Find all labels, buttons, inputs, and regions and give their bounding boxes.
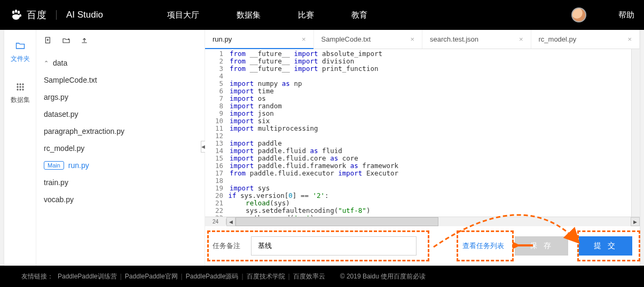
editor: ◀ run.py×SampleCode.txt×search.test.json… (205, 30, 640, 266)
svg-point-8 (19, 86, 21, 87)
folder-icon (15, 41, 26, 51)
footer-prefix: 友情链接： (21, 272, 53, 281)
submit-button[interactable]: 提 交 (579, 236, 632, 256)
logo[interactable]: 百度 AI Studio (10, 9, 103, 21)
grid-icon (15, 82, 26, 92)
collapse-handle[interactable]: ◀ (201, 141, 205, 153)
topbar: 百度 AI Studio 项目大厅 数据集 比赛 教育 帮助 (0, 0, 644, 30)
task-remark-label: 任务备注 (213, 241, 240, 251)
footer: 友情链接： PaddlePaddle训练营|PaddlePaddle官网|Pad… (0, 266, 644, 287)
chevron-down-icon: ⌃ (44, 60, 49, 67)
tree-file[interactable]: args.py (36, 89, 205, 106)
svg-point-10 (17, 89, 18, 90)
studio-text: AI Studio (66, 10, 103, 20)
editor-tabs: run.py×SampleCode.txt×search.test.json×r… (205, 30, 640, 49)
view-tasks-link[interactable]: 查看任务列表 (462, 241, 504, 251)
svg-point-0 (12, 11, 14, 14)
svg-point-12 (22, 89, 23, 90)
nav-competition[interactable]: 比赛 (298, 10, 314, 20)
scroll-right-icon[interactable]: ▶ (631, 217, 640, 226)
footer-link[interactable]: 百度效率云 (293, 273, 325, 280)
svg-point-1 (15, 10, 17, 13)
gutter: 123456789101112131415161718192021222324 (205, 49, 226, 217)
svg-point-4 (17, 83, 18, 85)
close-icon[interactable]: × (627, 35, 632, 43)
scroll-left-icon[interactable]: ◀ (226, 217, 235, 226)
nav-datasets[interactable]: 数据集 (237, 10, 261, 20)
close-icon[interactable]: × (519, 35, 523, 43)
horizontal-scrollbar[interactable]: 24 ◀ ▶ (205, 217, 640, 226)
paw-icon (10, 9, 22, 21)
footer-link[interactable]: PaddlePaddle官网 (125, 273, 178, 280)
sidebar-datasets[interactable]: 数据集 (11, 82, 30, 105)
tree-file[interactable]: dataset.py (36, 106, 205, 123)
tree-folder-data[interactable]: ⌃data (36, 54, 205, 71)
vertical-scrollbar[interactable] (631, 49, 640, 217)
upload-icon[interactable] (80, 36, 89, 45)
task-remark-input[interactable] (251, 236, 417, 256)
editor-tab[interactable]: SampleCode.txt× (314, 30, 423, 49)
file-tree: ⌃data SampleCode.txt args.py dataset.py … (36, 51, 205, 211)
editor-tab[interactable]: run.py× (205, 30, 314, 49)
main-badge: Main (44, 161, 64, 170)
tree-file[interactable]: paragraph_extraction.py (36, 123, 205, 140)
nav-edu[interactable]: 教育 (351, 10, 367, 20)
footer-link[interactable]: PaddlePaddle训练营 (58, 273, 117, 280)
footer-link[interactable]: 百度技术学院 (247, 273, 285, 280)
tree-file[interactable]: rc_model.py (36, 140, 205, 157)
footer-copyright: © 2019 Baidu 使用百度前必读 (340, 272, 426, 281)
new-file-icon[interactable] (44, 36, 52, 45)
code-area[interactable]: 123456789101112131415161718192021222324 … (205, 49, 640, 217)
bottom-bar: 任务备注 查看任务列表 保 存 提 交 (205, 226, 640, 266)
tree-file[interactable]: SampleCode.txt (36, 71, 205, 89)
svg-point-2 (18, 11, 20, 14)
help-link[interactable]: 帮助 (618, 10, 634, 20)
svg-point-6 (22, 83, 23, 85)
avatar[interactable] (571, 7, 586, 22)
main: 文件夹 数据集 ⌃data SampleCode.txt args.py dat… (4, 30, 640, 266)
svg-point-7 (17, 86, 18, 87)
file-toolbar (36, 30, 205, 51)
footer-link[interactable]: PaddlePaddle源码 (186, 273, 239, 280)
sidebar: 文件夹 数据集 (4, 30, 36, 266)
scroll-thumb[interactable] (235, 217, 438, 226)
nav-projects[interactable]: 项目大厅 (167, 10, 199, 20)
close-icon[interactable]: × (302, 35, 306, 43)
sidebar-files[interactable]: 文件夹 (11, 41, 30, 63)
code[interactable]: from __future__ import absolute_importfr… (226, 49, 631, 217)
tree-file[interactable]: vocab.py (36, 191, 205, 208)
file-panel: ⌃data SampleCode.txt args.py dataset.py … (36, 30, 205, 266)
new-folder-icon[interactable] (62, 36, 70, 45)
save-button[interactable]: 保 存 (515, 236, 568, 256)
svg-point-11 (19, 89, 21, 90)
brand-text: 百度 (27, 9, 46, 21)
editor-tab[interactable]: search.test.json× (422, 30, 531, 49)
close-icon[interactable]: × (410, 35, 414, 43)
tree-file-active[interactable]: Mainrun.py (36, 157, 205, 174)
editor-tab[interactable]: rc_model.py× (531, 30, 640, 49)
tree-file[interactable]: train.py (36, 174, 205, 191)
svg-point-5 (19, 83, 21, 85)
svg-point-9 (22, 86, 23, 87)
top-nav: 项目大厅 数据集 比赛 教育 (167, 10, 367, 20)
